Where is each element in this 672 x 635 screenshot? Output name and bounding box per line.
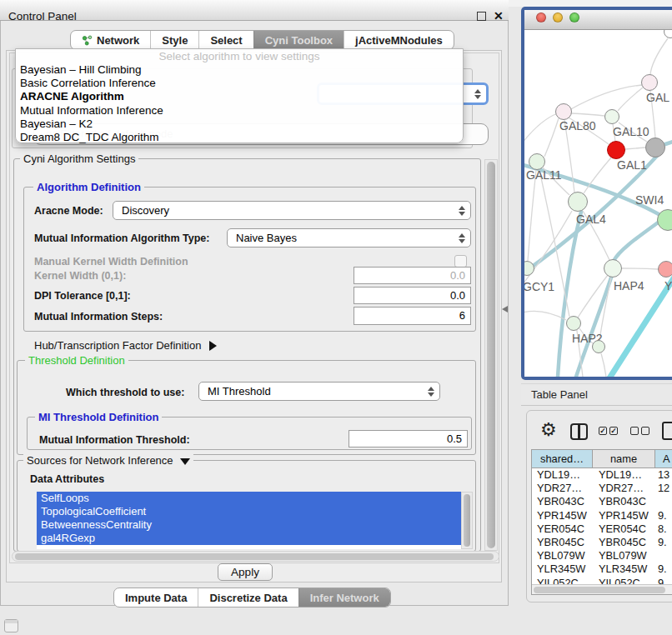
dropdown-placeholder: Select algorithm to view settings [16,50,463,63]
data-attribute-item[interactable]: BetweennessCentrality [37,518,461,532]
unselect-all-columns-icon[interactable] [641,427,649,435]
network-node-gal10[interactable] [604,109,619,124]
tab-style[interactable]: Style [150,31,198,49]
columns-icon[interactable] [570,423,588,440]
algorithm-option-basic-correlation-inference[interactable]: Basic Correlation Inference [16,77,463,90]
threshold-group-title: Threshold Definition [25,354,128,367]
network-node-hap2[interactable] [566,316,581,331]
combo-arrows-icon [459,206,465,216]
dpi-tolerance-field[interactable]: 0.0 [354,287,471,304]
table-cell: YBR045C [537,536,584,549]
tab-impute-data[interactable]: Impute Data [114,588,198,607]
combo-arrows-icon [428,387,434,397]
node-label: GAL4 [576,212,606,226]
mi-threshold-field[interactable]: 0.5 [349,430,468,448]
table-row[interactable]: YBR045CYBR045C9. [532,536,672,549]
tab-label: Network [97,34,139,47]
aracne-mode-label: Aracne Mode: [34,205,103,217]
close-window-icon[interactable]: ✕ [494,9,504,22]
close-traffic-light-icon[interactable] [536,12,546,22]
settings-vertical-scrollbar[interactable] [484,159,498,551]
network-node[interactable] [592,340,605,353]
sources-group-toggle[interactable]: Sources for Network Inference [23,454,193,467]
algorithm-option-bayesian-hill-climbing[interactable]: Bayesian – Hill Climbing [16,63,463,77]
algorithm-option-aracne-algorithm[interactable]: ARACNE Algorithm [16,90,463,103]
table-cell: YLR345W [599,562,647,576]
table-row[interactable]: YBR043CYBR043C [532,495,672,508]
gear-icon[interactable]: ⚙ [540,420,557,440]
network-icon [82,35,93,46]
network-node[interactable] [645,138,665,158]
network-node-gal[interactable] [641,74,658,91]
unselect-all-columns-icon[interactable] [630,427,639,435]
table-row[interactable]: YDL19…YDL19…13 [532,468,672,482]
zoom-traffic-light-icon[interactable] [569,12,579,22]
data-attributes-list: SelfLoopsTopologicalCoefficientBetweenne… [37,492,461,549]
table-cell: YPR145W [599,509,649,522]
algorithm-option-bayesian-k2[interactable]: Bayesian – K2 [16,118,463,131]
which-threshold-combobox[interactable]: MI Threshold [198,382,440,401]
tab-cyni-toolbox[interactable]: Cyni Toolbox [253,31,344,49]
manual-kernel-label: Manual Kernel Width Definition [34,256,188,268]
mi-type-label: Mutual Information Algorithm Type: [34,232,209,244]
apply-button[interactable]: Apply [218,563,273,581]
kernel-width-label: Kernel Width (0,1): [34,270,126,282]
expanded-arrow-icon [180,458,190,465]
mi-type-combobox[interactable]: Naive Bayes [227,228,471,248]
mi-type-value: Naive Bayes [236,232,297,244]
minimized-panel-icon[interactable] [4,619,18,632]
table-row[interactable]: YBL079WYBL079W [532,549,672,562]
select-all-columns-icon[interactable]: ✓ [599,427,607,435]
settings-horizontal-scrollbar[interactable] [12,551,499,562]
node-label: GAL1 [617,158,647,172]
network-node-gal4[interactable] [568,192,588,212]
tab-select[interactable]: Select [198,31,253,49]
table-row[interactable]: YPR145WYPR145W9. [532,509,672,522]
data-attribute-item[interactable]: SelfLoops [37,492,461,505]
network-node-gal1[interactable] [607,141,625,159]
tab-label: jActiveMNodules [355,34,443,47]
table-row[interactable]: YER054CYER054C8. [532,522,672,536]
manual-kernel-checkbox[interactable] [454,255,467,268]
minimize-traffic-light-icon[interactable] [553,12,563,22]
network-canvas[interactable]: GALGAL80GAL10GAL1GAL11SWI4GAL4GCY1HAP4YH… [524,30,672,377]
aracne-mode-combobox[interactable]: Discovery [113,201,471,220]
node-label: GAL11 [526,168,562,182]
data-attribute-item[interactable]: TopologicalCoefficient [37,505,461,518]
table-cell: YBR045C [599,536,646,549]
node-label: GCY1 [524,280,554,293]
network-node-hap4[interactable] [604,259,622,278]
node-label: GAL10 [613,125,649,138]
panel-resize-grip[interactable] [502,306,508,312]
column-header-name[interactable]: name [593,450,655,468]
attributes-list-scrollbar[interactable] [461,492,473,549]
tab-infer-network[interactable]: Infer Network [298,588,390,607]
network-node-y[interactable] [658,261,672,278]
tab-network[interactable]: Network [71,31,150,49]
hub-definition-toggle[interactable]: Hub/Transcription Factor Definition [34,339,217,352]
float-window-icon[interactable] [477,12,486,21]
data-attribute-item[interactable]: gal4RGexp [37,532,461,545]
network-node-gal80[interactable] [555,103,572,120]
table-cell: YDL19… [537,468,580,482]
table-row[interactable]: YLR345WYLR345W9. [532,562,672,576]
table-horizontal-scrollbar[interactable] [532,584,672,595]
table-row[interactable]: YDR27…YDR27…12 [532,482,672,495]
mi-steps-field[interactable]: 6 [354,307,471,325]
dpi-tolerance-label: DPI Tolerance [0,1]: [34,290,131,302]
tab-jactivemnodules[interactable]: jActiveMNodules [344,31,454,49]
data-attributes-label: Data Attributes [30,473,104,485]
hub-definition-label: Hub/Transcription Factor Definition [34,339,201,352]
algorithm-option-dream8-dc-tdc-algorithm[interactable]: Dream8 DC_TDC Algorithm [16,131,463,144]
table-file-icon[interactable] [662,422,672,440]
tab-discretize-data[interactable]: Discretize Data [198,588,298,607]
network-window-titlebar[interactable] [524,10,672,30]
network-node-gal11[interactable] [529,153,545,170]
node-label: GAL80 [559,119,596,132]
algorithm-option-mutual-information-inference[interactable]: Mutual Information Inference [16,104,463,118]
select-all-columns-icon[interactable]: ✓ [609,427,618,435]
kernel-width-field[interactable]: 0.0 [354,267,471,284]
column-header-clipped[interactable]: A [655,450,672,468]
table-cell: YBL079W [537,549,585,562]
column-header-shared-name[interactable]: shared… [532,450,593,468]
